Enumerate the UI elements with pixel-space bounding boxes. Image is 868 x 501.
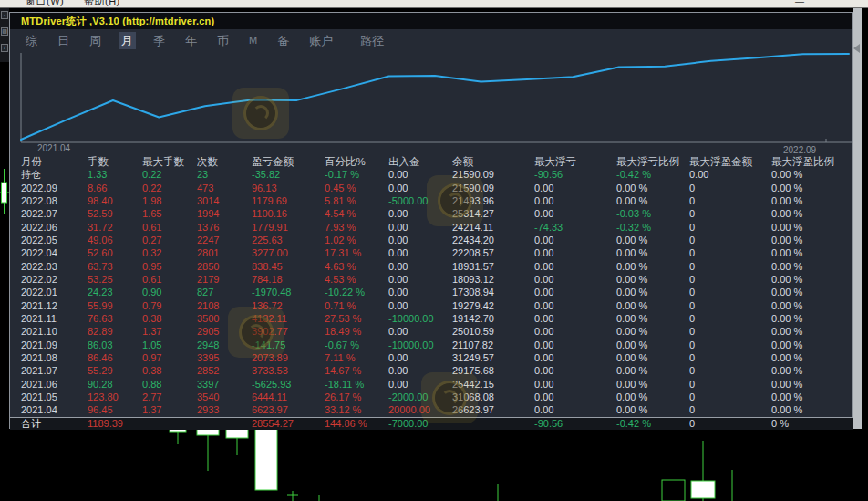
- table-row-2022.04[interactable]: 2022.0452.600.3228013277.0017.31 %0.0022…: [10, 246, 853, 259]
- table-row-2021.08[interactable]: 2021.0886.460.9733952073.897.11 %0.00312…: [10, 351, 853, 364]
- table-cell: 0.00 %: [616, 299, 689, 312]
- table-row-持仓[interactable]: 持仓1.330.2223-35.82-0.17 %0.0021590.09-90…: [10, 168, 853, 181]
- menu-item-月[interactable]: 月: [119, 32, 136, 49]
- toolbar-icon[interactable]: -: [1, 11, 8, 19]
- table-cell: 0.00: [388, 351, 452, 364]
- table-row-2021.06[interactable]: 2021.0690.280.883397-5625.93-18.11 %0.00…: [10, 378, 853, 391]
- column-header: 月份: [21, 155, 88, 168]
- table-row-2022.01[interactable]: 2022.0124.230.90827-1970.48-10.22 %0.001…: [10, 286, 853, 298]
- month-cell: 2021.04: [21, 403, 88, 416]
- menu-item-综[interactable]: 综: [23, 32, 40, 49]
- table-row-2021.12[interactable]: 2021.1255.990.792108136.720.71 %0.001927…: [10, 299, 853, 312]
- table-cell: 0.00 %: [616, 364, 689, 377]
- table-cell: 21107.82: [452, 339, 534, 351]
- menu-item-M[interactable]: M: [246, 32, 260, 49]
- table-cell: 0.00: [388, 234, 452, 246]
- table-cell: 3540: [197, 391, 252, 403]
- table-cell: 0 %: [771, 418, 853, 430]
- table-cell: 0: [689, 418, 771, 430]
- table-cell: 0: [689, 286, 771, 298]
- table-row-2022.06[interactable]: 2022.0631.720.6113761779.917.93 %0.00242…: [10, 221, 853, 234]
- table-cell: 1.33: [88, 168, 142, 181]
- table-cell: 0.00: [388, 221, 452, 234]
- table-cell: 784.18: [252, 273, 325, 286]
- table-cell: 0: [689, 312, 771, 325]
- month-cell: 2022.01: [21, 286, 88, 298]
- table-cell: 28554.27: [252, 418, 325, 430]
- menu-help[interactable]: 帮助(H): [84, 0, 120, 8]
- menu-item-季[interactable]: 季: [150, 32, 168, 49]
- table-row-2021.05[interactable]: 2021.05123.802.7735406444.1126.17 %-2000…: [10, 391, 853, 403]
- table-row-2022.07[interactable]: 2022.0752.591.6519941100.164.54 %0.00253…: [10, 207, 853, 220]
- menu-item-年[interactable]: 年: [182, 32, 200, 49]
- table-cell: 0.00 %: [616, 312, 689, 325]
- table-cell: 0.00 %: [616, 182, 689, 194]
- table-row-2021.04[interactable]: 2021.0496.451.3729336623.9733.12 %20000.…: [10, 403, 853, 416]
- table-cell: 17.31 %: [325, 246, 388, 259]
- column-header: 最大浮亏比例: [616, 155, 689, 168]
- table-row-2022.09[interactable]: 2022.098.660.2247396.130.45 %0.0021590.0…: [10, 182, 853, 194]
- table-cell: 144.86 %: [325, 418, 388, 430]
- table-cell: 3277.00: [252, 246, 325, 259]
- month-cell: 2021.12: [21, 299, 88, 312]
- table-cell: 0.00 %: [616, 286, 689, 298]
- table-row-2021.11[interactable]: 2021.1176.630.3835004132.1127.53 %-10000…: [10, 312, 853, 325]
- table-cell: 1.65: [142, 207, 197, 220]
- month-cell: 持仓: [21, 168, 88, 181]
- table-cell: 3500: [197, 312, 252, 325]
- table-cell: 0.00: [689, 168, 771, 181]
- table-cell: 0.00 %: [771, 234, 853, 246]
- table-row-2022.08[interactable]: 2022.0898.401.9830141179.695.81 %-5000.0…: [10, 194, 853, 207]
- menu-item-备[interactable]: 备: [274, 32, 292, 49]
- menu-item-path[interactable]: 路径: [357, 32, 387, 49]
- table-cell: 1.05: [142, 339, 197, 351]
- month-cell: 2022.03: [21, 260, 88, 273]
- table-cell: 0.00 %: [771, 182, 853, 194]
- menu-window[interactable]: 窗口(W): [26, 0, 64, 8]
- month-cell: 2021.07: [21, 364, 88, 377]
- column-header: 出入金: [388, 155, 452, 168]
- table-cell: 4.54 %: [325, 207, 388, 220]
- table-row-2022.02[interactable]: 2022.0253.250.612179784.184.53 %0.001809…: [10, 273, 853, 286]
- table-cell: 86.03: [88, 339, 142, 351]
- table-row-2022.03[interactable]: 2022.0363.730.952850838.454.63 %0.001893…: [10, 260, 853, 273]
- menu-item-账户[interactable]: 账户: [306, 32, 336, 49]
- table-cell: 1994: [197, 207, 252, 220]
- table-cell: 0.79: [142, 299, 197, 312]
- menu-item-日[interactable]: 日: [55, 32, 72, 49]
- x-axis-start-label: 2021.04: [37, 143, 70, 153]
- menu-item-周[interactable]: 周: [87, 32, 104, 49]
- table-cell: 26.17 %: [325, 391, 388, 403]
- table-cell: 0.00 %: [616, 351, 689, 364]
- table-cell: 0.00 %: [771, 286, 853, 298]
- right-scrollbar[interactable]: [852, 7, 862, 429]
- table-cell: -0.42 %: [616, 168, 689, 181]
- menu-item-币[interactable]: 币: [214, 32, 232, 49]
- table-row-合计[interactable]: 合计1189.3928554.27144.86 %-7000.00-90.56-…: [10, 417, 853, 430]
- table-cell: 0.38: [142, 364, 197, 377]
- table-cell: 2933: [197, 403, 252, 416]
- table-cell: 0.00: [388, 299, 452, 312]
- table-row-2021.10[interactable]: 2021.1082.891.3729053902.7718.49 %0.0025…: [10, 325, 853, 338]
- table-cell: 0.00 %: [616, 339, 689, 351]
- minimize-icon[interactable]: —: [795, 0, 804, 6]
- table-cell: 19279.42: [452, 299, 534, 312]
- scroll-arrow-icon[interactable]: [853, 44, 860, 53]
- table-cell: 2.77: [142, 391, 197, 403]
- table-row-2021.07[interactable]: 2021.0755.290.3828523733.5314.67 %0.0029…: [10, 364, 853, 377]
- candle-body: [691, 481, 715, 498]
- table-cell: 4.53 %: [325, 273, 388, 286]
- table-cell: 1.37: [142, 403, 197, 416]
- table-cell: 0.45 %: [325, 182, 388, 194]
- table-cell: 2179: [197, 273, 252, 286]
- table-cell: 2852: [197, 364, 252, 377]
- table-cell: -10.22 %: [325, 286, 388, 298]
- toolbar-icon[interactable]: ▨: [1, 27, 8, 36]
- table-cell: 1779.91: [252, 221, 325, 234]
- table-cell: 1.37: [142, 325, 197, 338]
- table-row-2021.09[interactable]: 2021.0986.031.052948-141.75-0.67 %-10000…: [10, 339, 853, 351]
- toolbar-icon[interactable]: /: [1, 44, 8, 52]
- table-cell: 0.00: [534, 391, 616, 403]
- table-row-2022.05[interactable]: 2022.0549.060.272247225.631.02 %0.002243…: [10, 234, 853, 246]
- table-cell: 0.00: [534, 339, 616, 351]
